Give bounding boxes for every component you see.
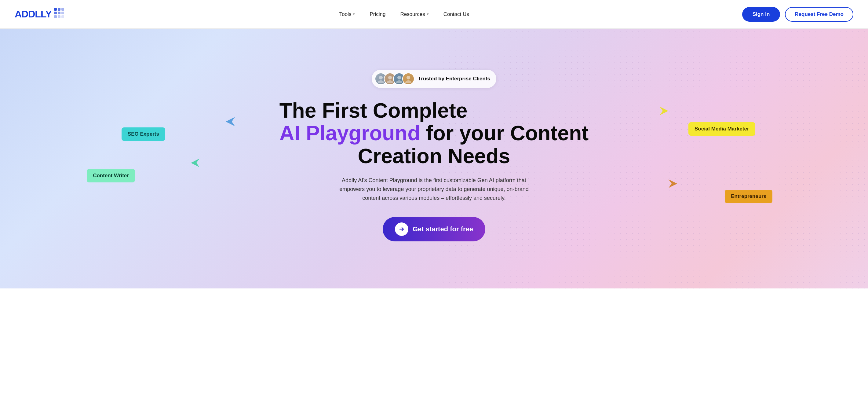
floating-label-entrepreneurs: Entrepreneurs [725,190,772,203]
cta-button[interactable]: Get started for free [383,217,485,241]
svg-marker-12 [669,179,677,188]
svg-rect-8 [61,15,64,18]
svg-point-18 [396,80,402,83]
nav-resources[interactable]: Resources ▾ [400,11,429,18]
navbar-nav: Tools ▾ Pricing Resources ▾ Contact Us [339,11,469,18]
chevron-down-icon: ▾ [427,12,429,16]
svg-point-15 [388,76,392,80]
arrow-entrepreneurs-icon [669,179,677,189]
floating-label-content-writer: Content Writer [87,169,135,182]
svg-marker-11 [660,107,668,115]
logo-text: ADDLLY [15,8,52,20]
svg-rect-5 [61,11,64,14]
avatar-group [375,73,414,85]
svg-rect-7 [58,15,60,18]
arrow-writer-icon [191,158,199,168]
hero-section: SEO Experts Content Writer Social Media … [0,29,868,288]
navbar: ADDLLY Tools ▾ Pricing Resources [0,0,868,29]
arrow-social-icon [660,107,668,116]
floating-label-social-media: Social Media Marketer [688,122,755,136]
hero-title-ai-playground: AI Playground [279,121,420,145]
logo-icon [54,7,66,21]
svg-rect-4 [58,11,60,14]
trusted-badge-text: Trusted by Enterprise Clients [418,76,490,82]
svg-rect-6 [54,15,57,18]
arrow-seo-icon [226,117,235,127]
hero-content: Trusted by Enterprise Clients The First … [279,70,589,242]
svg-marker-10 [191,158,199,167]
svg-point-13 [379,76,383,80]
signin-button[interactable]: Sign In [742,7,780,22]
arrow-right-icon [395,223,408,236]
logo[interactable]: ADDLLY [15,7,66,21]
hero-subtitle: Addlly AI's Content Playground is the fi… [336,176,532,202]
floating-label-seo: SEO Experts [122,127,165,141]
svg-point-16 [387,80,393,83]
svg-rect-0 [54,8,57,11]
hero-title-for-content: for your Content [420,121,589,145]
navbar-actions: Sign In Request Free Demo [742,7,853,22]
nav-tools[interactable]: Tools ▾ [339,11,355,18]
svg-rect-2 [61,8,64,11]
request-demo-button[interactable]: Request Free Demo [785,7,853,22]
trusted-badge: Trusted by Enterprise Clients [372,70,496,88]
svg-point-17 [397,76,401,80]
hero-title: The First Complete AI Playground for you… [279,99,589,168]
svg-rect-3 [54,11,57,14]
nav-pricing[interactable]: Pricing [370,11,385,18]
nav-contact[interactable]: Contact Us [443,11,469,18]
svg-rect-1 [58,8,60,11]
svg-point-20 [405,80,411,83]
hero-title-line3: Creation Needs [279,145,589,168]
chevron-down-icon: ▾ [353,12,355,16]
cta-label: Get started for free [413,225,473,233]
avatar [402,73,414,85]
svg-marker-9 [226,117,235,126]
svg-point-14 [378,80,384,83]
svg-point-19 [406,76,410,80]
